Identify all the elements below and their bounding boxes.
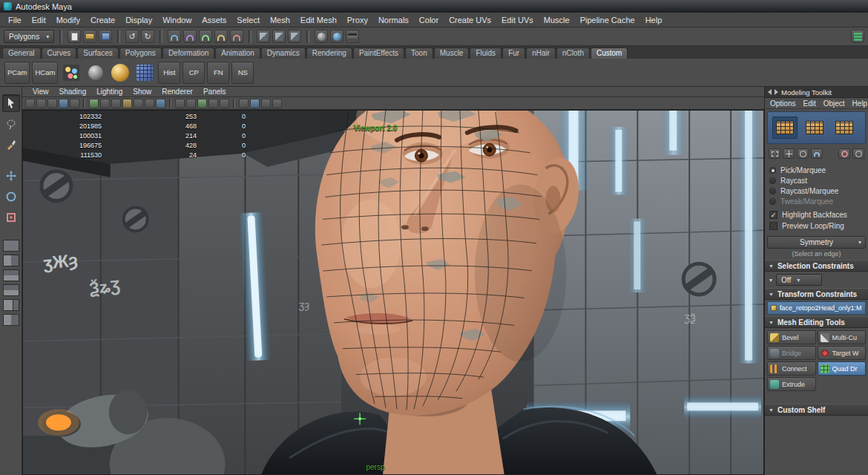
layout-split-pane-icon[interactable] bbox=[3, 299, 19, 311]
selection-constraint-select[interactable]: Off ▾ bbox=[776, 274, 822, 286]
menu-modify[interactable]: Modify bbox=[51, 14, 85, 26]
shelf-button-cp[interactable]: CP bbox=[183, 62, 205, 84]
vp-menu-panels[interactable]: Panels bbox=[199, 88, 231, 96]
viewport-scene[interactable]: ʒЖȝ ѮʑƷ ʒȝ ƷѮ bbox=[22, 110, 764, 475]
menu-help[interactable]: Help bbox=[640, 14, 668, 26]
radio-pick-marquee[interactable]: Pick/Marquee bbox=[769, 165, 864, 175]
shelf-tab-surfaces[interactable]: Surfaces bbox=[77, 48, 118, 59]
film-gate-icon[interactable] bbox=[250, 99, 260, 108]
checkbox-highlight-backfaces[interactable]: ✓Highlight Backfaces bbox=[769, 209, 864, 220]
xray-icon[interactable] bbox=[186, 99, 196, 108]
multi-cut-button[interactable]: Multi-Cu bbox=[818, 330, 867, 344]
shelf-tab-ncloth[interactable]: nCloth bbox=[556, 48, 590, 59]
lasso-tool-icon[interactable] bbox=[2, 115, 20, 133]
section-selection-constraints[interactable]: ▼ Selection Constraints bbox=[765, 260, 868, 272]
active-mesh-field[interactable]: face_retopo2Head_only1:M bbox=[767, 301, 866, 315]
shelf-gold-sphere-icon[interactable] bbox=[109, 62, 131, 84]
vp-menu-renderer[interactable]: Renderer bbox=[157, 88, 197, 96]
menu-assets[interactable]: Assets bbox=[197, 14, 231, 26]
radio-raycast[interactable]: Raycast bbox=[769, 175, 864, 186]
drag-select-icon[interactable] bbox=[783, 148, 795, 159]
resolution-gate-icon[interactable] bbox=[239, 99, 249, 108]
shelf-tab-muscle[interactable]: Muscle bbox=[434, 48, 470, 59]
bridge-button[interactable]: Bridge bbox=[767, 346, 816, 360]
edge-mode-icon[interactable] bbox=[832, 117, 857, 139]
field-chart-icon[interactable] bbox=[261, 99, 271, 108]
render-icon[interactable] bbox=[315, 30, 328, 43]
target-weld-mode-icon[interactable] bbox=[838, 148, 850, 159]
select-tool-icon[interactable] bbox=[2, 94, 20, 112]
undo-icon[interactable]: ↺ bbox=[125, 30, 139, 43]
bookmark-icon[interactable] bbox=[70, 99, 79, 108]
layout-four-pane-icon[interactable] bbox=[3, 284, 19, 296]
shelf-tab-curves[interactable]: Curves bbox=[42, 48, 77, 59]
layout-two-pane-icon[interactable] bbox=[3, 255, 19, 266]
menu-muscle[interactable]: Muscle bbox=[539, 14, 575, 26]
radio-raycast-marquee[interactable]: Raycast/Marquee bbox=[769, 186, 864, 196]
radio-tweak-marquee[interactable]: Tweak/Marquee bbox=[769, 196, 864, 206]
vp-menu-show[interactable]: Show bbox=[128, 88, 156, 96]
layout-persp-outliner-icon[interactable] bbox=[3, 314, 19, 326]
ipr-render-icon[interactable] bbox=[330, 30, 343, 43]
shelf-tab-fluids[interactable]: Fluids bbox=[470, 48, 502, 59]
lighting-mode-icon[interactable] bbox=[156, 99, 165, 108]
shelf-tab-dynamics[interactable]: Dynamics bbox=[261, 48, 306, 59]
extrude-button[interactable]: Extrude bbox=[767, 377, 816, 391]
output-connections-icon[interactable] bbox=[272, 30, 286, 43]
menu-create[interactable]: Create bbox=[85, 14, 120, 26]
connect-button[interactable]: Connect bbox=[767, 361, 816, 376]
shelf-tab-general[interactable]: General bbox=[2, 48, 41, 59]
redo-icon[interactable]: ↻ bbox=[141, 30, 154, 43]
menu-normals[interactable]: Normals bbox=[373, 14, 414, 26]
rotate-tool-icon[interactable] bbox=[2, 188, 20, 206]
shaded-mode-icon[interactable] bbox=[134, 99, 143, 108]
new-scene-icon[interactable] bbox=[68, 30, 81, 43]
shelf-tab-fur[interactable]: Fur bbox=[502, 48, 525, 59]
soft-select-icon[interactable] bbox=[852, 148, 864, 159]
section-custom-shelf[interactable]: ▼ Custom Shelf bbox=[765, 404, 868, 416]
grease-pencil-icon[interactable] bbox=[111, 99, 121, 108]
move-tool-icon[interactable] bbox=[2, 167, 20, 185]
menu-create-uvs[interactable]: Create UVs bbox=[444, 14, 496, 26]
vp-menu-shading[interactable]: Shading bbox=[55, 88, 91, 96]
multi-component-mode-icon[interactable] bbox=[772, 117, 798, 139]
bevel-button[interactable]: Bevel bbox=[767, 330, 816, 344]
marquee-select-icon[interactable] bbox=[769, 148, 780, 159]
tk-menu-help[interactable]: Help bbox=[849, 99, 868, 108]
snap-surface-icon[interactable] bbox=[230, 30, 243, 43]
shelf-tab-custom[interactable]: Custom bbox=[591, 48, 628, 59]
menu-edit-mesh[interactable]: Edit Mesh bbox=[295, 14, 342, 26]
menu-color[interactable]: Color bbox=[414, 14, 444, 26]
shelf-button-hcam[interactable]: HCam bbox=[32, 62, 58, 84]
shelf-uv-grid-icon[interactable] bbox=[134, 62, 156, 84]
tk-menu-edit[interactable]: Edit bbox=[799, 99, 819, 108]
vp-menu-view[interactable]: View bbox=[28, 88, 53, 96]
viewport-3d-scene[interactable]: ʒЖȝ ѮʑƷ ʒȝ ƷѮ bbox=[23, 111, 763, 474]
paint-select-tool-icon[interactable] bbox=[2, 136, 20, 154]
dock-left-icon[interactable] bbox=[768, 89, 772, 95]
render-settings-icon[interactable] bbox=[346, 30, 359, 43]
xray-joints-icon[interactable] bbox=[197, 99, 207, 108]
shelf-particles-icon[interactable] bbox=[60, 62, 82, 84]
dock-right-icon[interactable] bbox=[775, 89, 778, 95]
shelf-tab-animation[interactable]: Animation bbox=[215, 48, 260, 59]
shelf-tab-nhair[interactable]: nHair bbox=[526, 48, 556, 59]
shelf-button-pcam[interactable]: PCam bbox=[4, 62, 30, 84]
two-d-pan-icon[interactable] bbox=[100, 99, 110, 108]
scale-tool-icon[interactable] bbox=[2, 209, 20, 226]
wireframe-mode-icon[interactable] bbox=[122, 99, 132, 108]
input-connections-icon[interactable] bbox=[257, 30, 270, 43]
exposure-icon[interactable] bbox=[208, 99, 218, 108]
snap-point-icon[interactable] bbox=[199, 30, 212, 43]
menu-window[interactable]: Window bbox=[157, 14, 197, 26]
shelf-tab-polygons[interactable]: Polygons bbox=[119, 48, 162, 59]
snap-curve-icon[interactable] bbox=[183, 30, 197, 43]
section-transform-constraints[interactable]: ▼ Transform Constraints bbox=[765, 288, 868, 300]
section-mesh-editing-tools[interactable]: ▼ Mesh Editing Tools bbox=[765, 316, 868, 328]
vp-menu-lighting[interactable]: Lighting bbox=[92, 88, 127, 96]
tk-menu-object[interactable]: Object bbox=[820, 99, 849, 108]
sidebar-toggle-icon[interactable] bbox=[851, 30, 864, 43]
menu-display[interactable]: Display bbox=[120, 14, 157, 26]
menu-select[interactable]: Select bbox=[231, 14, 265, 26]
snap-to-curves-icon[interactable] bbox=[36, 99, 46, 108]
